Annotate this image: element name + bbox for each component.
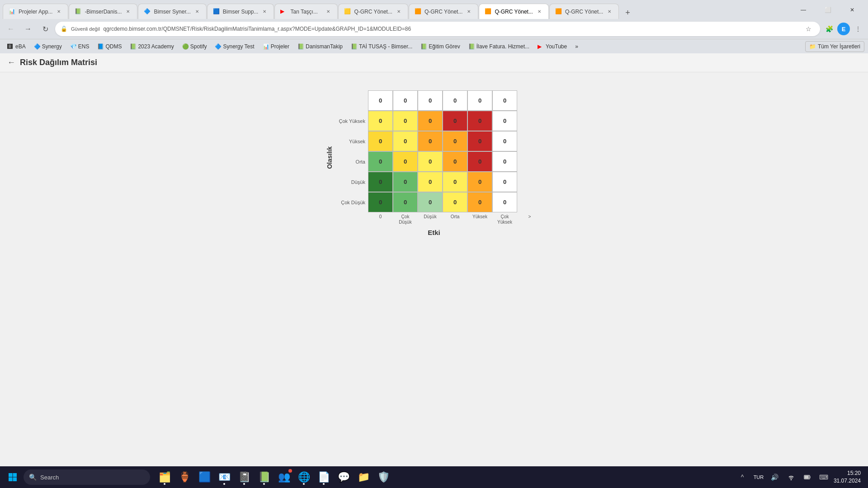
- tab-3[interactable]: 🔷 Bimser Syner... ✕: [138, 4, 206, 19]
- ens-favicon: 💎: [70, 43, 76, 50]
- bookmark-more[interactable]: »: [571, 41, 582, 52]
- menu-button[interactable]: ⋮: [852, 23, 864, 35]
- cell-4-0[interactable]: 0: [368, 172, 393, 192]
- tab-6[interactable]: 🟨 Q-GRC Yönet... ✕: [338, 4, 408, 19]
- cell-5-1[interactable]: 0: [393, 192, 418, 212]
- tab-5[interactable]: ▶ Tan Taşçı... ✕: [274, 4, 338, 19]
- taskbar-app-photos[interactable]: 🏺: [175, 468, 193, 486]
- tab-8-close[interactable]: ✕: [536, 8, 543, 15]
- cell-1-3[interactable]: 0: [443, 111, 467, 131]
- start-button[interactable]: [4, 468, 22, 486]
- taskbar-app-teams1[interactable]: 🟦: [195, 468, 213, 486]
- taskbar-clock[interactable]: 15:20 31.07.2024: [834, 469, 864, 485]
- cell-5-0[interactable]: 0: [368, 192, 393, 212]
- cell-3-0[interactable]: 0: [368, 151, 393, 172]
- tab-8[interactable]: 🟧 Q-GRC Yönet... ✕: [479, 4, 548, 19]
- bookmark-ens[interactable]: 💎 ENS: [66, 41, 93, 52]
- tab-7[interactable]: 🟧 Q-GRC Yönet... ✕: [409, 4, 478, 19]
- maximize-button[interactable]: ⬜: [817, 3, 838, 17]
- bookmark-youtube[interactable]: ▶ YouTube: [534, 41, 571, 52]
- cell-2-0[interactable]: 0: [368, 131, 393, 151]
- cell-5-2[interactable]: 0: [418, 192, 443, 212]
- tray-keyboard-icon[interactable]: ⌨: [817, 471, 830, 483]
- cell-2-1[interactable]: 0: [393, 131, 418, 151]
- tab-2-close[interactable]: ✕: [124, 8, 132, 15]
- close-button[interactable]: ✕: [842, 3, 863, 17]
- tab-3-close[interactable]: ✕: [193, 8, 201, 15]
- cell-5-3[interactable]: 0: [443, 192, 467, 212]
- cell-3-2[interactable]: 0: [418, 151, 443, 172]
- tab-1-close[interactable]: ✕: [55, 8, 62, 15]
- taskbar-app-file-explorer[interactable]: 📁: [354, 468, 373, 486]
- extensions-button[interactable]: 🧩: [823, 23, 835, 35]
- bookmark-ilave[interactable]: 📗 İlave Fatura. Hizmet...: [465, 41, 533, 52]
- cell-1-1[interactable]: 0: [393, 111, 418, 131]
- cell-2-4[interactable]: 0: [467, 131, 492, 151]
- back-button[interactable]: ←: [4, 22, 18, 36]
- cell-3-4[interactable]: 0: [467, 151, 492, 172]
- tab-4[interactable]: 🟦 Bimser Supp... ✕: [207, 4, 274, 19]
- tab-6-close[interactable]: ✕: [395, 8, 402, 15]
- bookmark-folder[interactable]: 📁 Tüm Yer İşaretleri: [805, 41, 864, 52]
- bookmark-qdms[interactable]: 📘 QDMS: [94, 41, 125, 52]
- cell-4-1[interactable]: 0: [393, 172, 418, 192]
- cell-1-0[interactable]: 0: [368, 111, 393, 131]
- row-label-4: Düşük: [339, 179, 368, 185]
- taskbar-app-outlook[interactable]: 📧: [215, 468, 233, 486]
- cell-5-4[interactable]: 0: [467, 192, 492, 212]
- cell-1-2[interactable]: 0: [418, 111, 443, 131]
- tab-1[interactable]: 📊 Projeler App... ✕: [3, 4, 68, 19]
- cell-2-3[interactable]: 0: [443, 131, 467, 151]
- tray-chevron-icon[interactable]: ^: [736, 471, 749, 483]
- bookmark-spotify[interactable]: 🟢 Spotify: [179, 41, 211, 52]
- tray-wifi-icon[interactable]: [785, 471, 797, 483]
- taskbar-search-bar[interactable]: 🔍 Search: [24, 469, 150, 485]
- minimize-button[interactable]: —: [793, 3, 814, 17]
- profile-button[interactable]: E: [837, 23, 850, 35]
- tab-5-close[interactable]: ✕: [325, 8, 332, 15]
- eba-favicon: 🅱: [7, 43, 14, 50]
- forward-button[interactable]: →: [21, 22, 35, 36]
- tab-9-close[interactable]: ✕: [606, 8, 613, 15]
- bookmark-academy[interactable]: 📗 2023 Academy: [126, 41, 177, 52]
- taskbar-app-explorer[interactable]: 🗂️: [156, 468, 174, 486]
- reload-button[interactable]: ↻: [38, 22, 52, 36]
- cell-4-4[interactable]: 0: [467, 172, 492, 192]
- cell-4-2[interactable]: 0: [418, 172, 443, 192]
- row-2-cells: 0 0 0 0 0 0: [368, 131, 517, 151]
- bookmark-danisman[interactable]: 📗 DanismanTakip: [294, 41, 346, 52]
- bookmark-tai[interactable]: 📗 TAİ TUSAŞ - Bimser...: [347, 41, 416, 52]
- taskbar-app-teams2[interactable]: 👥: [275, 468, 293, 486]
- cell-3-3[interactable]: 0: [443, 151, 467, 172]
- address-input[interactable]: 🔓 Güvenli değil qgrcdemo.bimser.com.tr/Q…: [55, 22, 820, 36]
- tray-lang-icon[interactable]: TUR: [752, 471, 765, 483]
- cell-2-2[interactable]: 0: [418, 131, 443, 151]
- cell-1-4[interactable]: 0: [467, 111, 492, 131]
- bookmark-synergy-test[interactable]: 🔷 Synergy Test: [211, 41, 258, 52]
- tray-speaker-icon[interactable]: 🔊: [769, 471, 781, 483]
- cell-3-1[interactable]: 0: [393, 151, 418, 172]
- matrix-with-labels: Olasılık 0 0 0 0 0 0: [326, 90, 542, 225]
- bookmark-synergy[interactable]: 🔷 Synergy: [30, 41, 66, 52]
- back-arrow-button[interactable]: ←: [7, 58, 15, 67]
- taskbar-app-word[interactable]: 📄: [315, 468, 333, 486]
- bookmark-eba[interactable]: 🅱 eBA: [4, 41, 29, 52]
- x-label-cok-yuksek: ÇokYüksek: [492, 212, 517, 225]
- taskbar-app-teams3[interactable]: 💬: [335, 468, 353, 486]
- taskbar-app-excel[interactable]: 📗: [255, 468, 273, 486]
- bookmark-projeler[interactable]: 📊 Projeler: [259, 41, 293, 52]
- taskbar-app-security[interactable]: 🛡️: [374, 468, 392, 486]
- taskbar-app-chrome[interactable]: 🌐: [295, 468, 313, 486]
- taskbar-app-onenote[interactable]: 📓: [235, 468, 253, 486]
- tab-4-close[interactable]: ✕: [261, 8, 268, 15]
- tray-battery-icon[interactable]: [801, 471, 814, 483]
- cell-4-3[interactable]: 0: [443, 172, 467, 192]
- bookmark-youtube-label: YouTube: [546, 43, 567, 50]
- tab-8-favicon: 🟧: [485, 8, 492, 15]
- tab-7-close[interactable]: ✕: [465, 8, 472, 15]
- bookmark-star-icon[interactable]: ☆: [802, 23, 815, 35]
- bookmark-egitim[interactable]: 📗 Eğitim Görev: [417, 41, 463, 52]
- tab-9[interactable]: 🟧 Q-GRC Yönet... ✕: [549, 4, 619, 19]
- new-tab-button[interactable]: +: [621, 6, 634, 19]
- tab-2[interactable]: 📗 -BimserDanis... ✕: [69, 4, 137, 19]
